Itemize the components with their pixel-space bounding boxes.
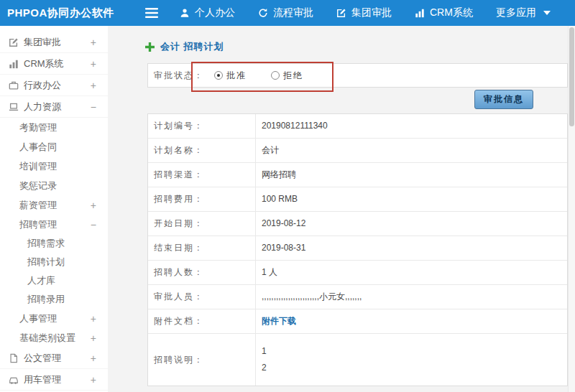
sidebar-item-label: 行政办公 (24, 79, 61, 92)
topnav-item-crm-system[interactable]: CRM系统 (403, 0, 484, 26)
row-value-text: 100 RMB (262, 191, 298, 207)
sidebar: 集团审批+CRM系统+行政办公+人力资源−考勤管理人事合同培训管理奖惩记录薪资管… (0, 26, 108, 392)
topnav-item-group-approval[interactable]: 集团审批 (325, 0, 403, 26)
topnav: 个人办公流程审批集团审批CRM系统更多应用 (168, 0, 562, 26)
row-label: 计划编号： (148, 114, 256, 138)
expand-toggle-icon[interactable]: + (91, 314, 96, 324)
sidebar-item-admin-office[interactable]: 行政办公+ (0, 75, 108, 96)
sidebar-item-personnel-mgmt[interactable]: 人事管理+ (0, 309, 108, 328)
topnav-item-workflow-approval[interactable]: 流程审批 (247, 0, 325, 26)
document-icon (9, 353, 19, 363)
topnav-item-label: CRM系统 (430, 6, 473, 19)
approval-status-label: 审批状态： (148, 70, 204, 82)
sidebar-item-recruit-plan[interactable]: 招聘计划 (0, 253, 108, 271)
topnav-item-more-apps[interactable]: 更多应用 (484, 0, 562, 26)
row-value-text: 2019-08-31 (262, 240, 305, 256)
sidebar-item-human-resources[interactable]: 人力资源− (0, 96, 108, 118)
sidebar-item-label: 招聘计划 (27, 256, 65, 269)
add-plus-icon[interactable] (145, 42, 155, 52)
sidebar-item-label: CRM系统 (24, 57, 64, 70)
edit-square-icon (336, 8, 346, 18)
briefcase-icon (9, 80, 19, 90)
plan-detail-table: 计划编号：20190812111340计划名称：会计招聘渠道：网络招聘招聘费用：… (147, 113, 568, 386)
radio-approve[interactable]: 批准 (214, 70, 247, 82)
radio-label: 批准 (226, 70, 247, 82)
expand-toggle-icon[interactable]: + (91, 200, 96, 210)
sidebar-item-label: 招聘管理 (19, 218, 57, 231)
expand-toggle-icon[interactable]: + (91, 333, 96, 343)
caret-down-icon (543, 11, 551, 15)
radio-reject-circle-icon[interactable] (271, 71, 280, 80)
sidebar-item-salary-mgmt[interactable]: 薪资管理+ (0, 195, 108, 215)
vertical-scrollbar[interactable] (568, 26, 575, 392)
row-label: 审批人员： (148, 285, 256, 309)
row-value: 网络招聘 (256, 163, 567, 187)
topnav-item-label: 更多应用 (496, 6, 536, 19)
hamburger-menu-icon[interactable] (138, 8, 165, 18)
radio-approve-circle-icon[interactable] (214, 71, 223, 80)
radio-reject[interactable]: 拒绝 (271, 70, 303, 82)
sidebar-item-talent-pool[interactable]: 人才库 (0, 271, 108, 290)
sidebar-item-personnel-contract[interactable]: 人事合同 (0, 137, 108, 157)
sidebar-item-attendance-mgmt[interactable]: 考勤管理 (0, 118, 108, 137)
sidebar-item-label: 集团审批 (24, 36, 61, 49)
topbar: PHPOA协同办公软件 个人办公流程审批集团审批CRM系统更多应用 (0, 0, 575, 26)
sidebar-item-label: 人力资源 (24, 101, 61, 113)
expand-toggle-icon[interactable]: + (91, 353, 96, 363)
row-value-text: 1 人 (262, 264, 277, 281)
sidebar-item-label: 公文管理 (24, 352, 61, 365)
expand-toggle-icon[interactable]: + (91, 375, 96, 385)
laptop-icon (9, 102, 19, 112)
expand-toggle-icon[interactable]: + (91, 80, 96, 90)
sidebar-item-training-mgmt[interactable]: 培训管理 (0, 157, 108, 176)
expand-toggle-icon[interactable]: + (91, 37, 96, 47)
sidebar-item-label: 用车管理 (24, 373, 61, 386)
sidebar-item-reward-punish-records[interactable]: 奖惩记录 (0, 176, 108, 195)
table-row-recruit-count: 招聘人数：1 人 (148, 261, 567, 285)
sidebar-item-label: 人事管理 (19, 312, 57, 325)
table-row-attachment: 附件文档：附件下载 (148, 309, 567, 334)
table-row-recruit-description: 招聘说明：1 2 (148, 334, 567, 386)
button-bar: 审批信息 (147, 88, 568, 111)
row-value-text: 会计 (262, 142, 279, 159)
main-content: 会计 招聘计划 审批状态： 批准拒绝 审批信息 计划编号：20190812111… (108, 26, 568, 392)
sidebar-item-recruit-demand[interactable]: 招聘需求 (0, 234, 108, 253)
bar-chart-icon (415, 8, 425, 18)
sidebar-item-label: 考勤管理 (19, 121, 57, 134)
radio-label: 拒绝 (283, 70, 303, 82)
scrollbar-thumb[interactable] (569, 27, 574, 126)
sidebar-item-label: 招聘录用 (27, 293, 65, 306)
sidebar-item-base-category-settings[interactable]: 基础类别设置+ (0, 328, 108, 347)
row-value: 2019-08-12 (256, 212, 567, 235)
sidebar-item-group-approval[interactable]: 集团审批+ (0, 32, 108, 53)
sidebar-item-crm-system[interactable]: CRM系统+ (0, 53, 108, 75)
flow-icon (258, 8, 268, 18)
row-value: 2019-08-31 (256, 236, 567, 260)
row-value: 1 2 (256, 334, 567, 386)
table-row-plan-name: 计划名称：会计 (148, 139, 567, 163)
row-value: 附件下载 (256, 309, 567, 333)
sidebar-item-label: 薪资管理 (19, 199, 57, 212)
row-value-text: 网络招聘 (262, 167, 296, 183)
expand-toggle-icon[interactable]: − (91, 102, 96, 112)
person-icon (180, 8, 190, 18)
topnav-item-label: 流程审批 (273, 6, 313, 19)
row-value-text: 20190812111340 (262, 118, 328, 134)
approval-info-button[interactable]: 审批信息 (474, 90, 533, 109)
row-value-text: 2019-08-12 (262, 215, 305, 232)
sidebar-item-recruit-hire[interactable]: 招聘录用 (0, 290, 108, 309)
expand-toggle-icon[interactable]: + (91, 59, 96, 69)
expand-toggle-icon[interactable]: − (91, 220, 96, 230)
table-row-approvers: 审批人员：,,,,,,,,,,,,,,,,,,,,,,,,小元女,,,,,,, (148, 285, 567, 309)
sidebar-item-vehicle-mgmt[interactable]: 用车管理+ (0, 369, 108, 391)
page-header: 会计 招聘计划 (145, 40, 568, 53)
topnav-item-personal-office[interactable]: 个人办公 (168, 0, 247, 26)
table-row-recruit-channel: 招聘渠道：网络招聘 (148, 163, 567, 187)
topnav-item-label: 集团审批 (351, 6, 392, 19)
row-label: 开始日期： (148, 212, 256, 235)
sidebar-item-recruit-mgmt[interactable]: 招聘管理− (0, 215, 108, 234)
row-value: 1 人 (256, 261, 567, 284)
sidebar-item-document-mgmt[interactable]: 公文管理+ (0, 347, 108, 369)
attachment-download-link[interactable]: 附件下载 (262, 315, 296, 327)
row-value: 20190812111340 (256, 114, 567, 138)
